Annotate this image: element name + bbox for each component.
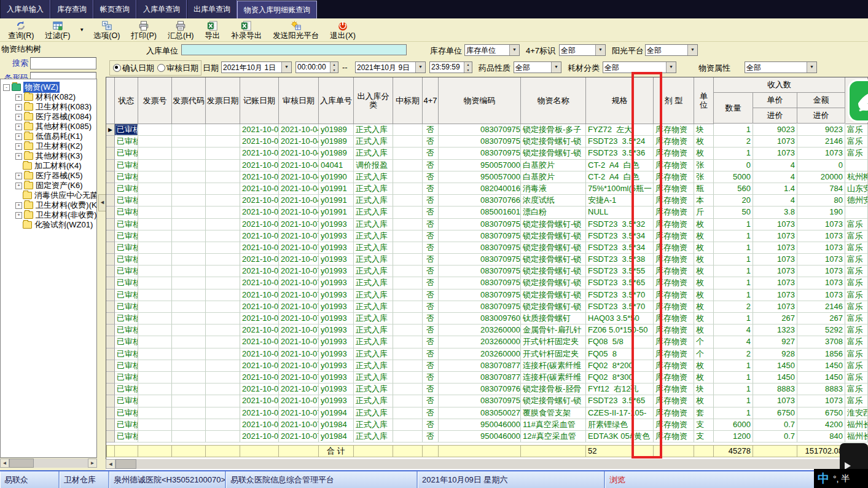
row-indicator[interactable] [106, 289, 115, 301]
cell-bid-period[interactable] [393, 266, 423, 277]
cell-material-code[interactable]: 0830097609 [439, 313, 521, 325]
cell-status[interactable]: 已审核 [115, 266, 138, 277]
cell-invoice-code[interactable] [172, 195, 206, 207]
cell-invoice-date[interactable] [206, 171, 240, 183]
cell-qty[interactable]: 1200 [714, 431, 753, 443]
cell-supplier[interactable]: 富乐 [845, 277, 868, 289]
cell-unit[interactable]: 块 [694, 124, 714, 136]
cell-invoice-no[interactable] [138, 254, 172, 266]
table-row[interactable]: 已审核2021-10-072021-10-07y01993正式入库否203260… [106, 325, 868, 336]
four7-flag-select[interactable]: 全部▼ [559, 44, 606, 56]
row-indicator[interactable] [106, 148, 115, 159]
cell-qty[interactable]: 1 [714, 277, 753, 289]
cell-qty[interactable]: 1 [714, 313, 753, 325]
cell-bid-period[interactable] [393, 407, 423, 419]
cell-qty[interactable]: 5000 [714, 171, 753, 183]
cell-dosage-form[interactable]: 库存物资 [654, 289, 694, 301]
cell-supplier[interactable]: 富乐 [845, 313, 868, 325]
cell-unit[interactable]: 瓶 [694, 183, 714, 195]
cell-audit-date[interactable]: 2021-10-07 [279, 254, 319, 266]
cell-dosage-form[interactable]: 库存物资 [654, 336, 694, 348]
cell-amount[interactable]: 6750 [797, 407, 845, 419]
stock-unit-select[interactable]: 库存单位▼ [464, 44, 520, 56]
cell-amount[interactable]: 1073 [797, 266, 845, 277]
cell-bid-period[interactable] [393, 360, 423, 372]
cell-material-name[interactable]: 浓度试纸 [521, 195, 586, 207]
cell-spec[interactable]: CT-2 A4 白色 [586, 160, 654, 171]
col-header-unit[interactable]: 单位 [694, 77, 714, 124]
cell-order-no[interactable]: y01990 [319, 171, 354, 183]
cell-material-code[interactable]: 0830708770 [439, 360, 521, 372]
cell-four7[interactable]: 否 [423, 195, 439, 207]
cell-order-no[interactable]: y01991 [319, 183, 354, 195]
cell-material-name[interactable]: 11#真空采血管 [521, 419, 586, 431]
cell-invoice-code[interactable] [172, 148, 206, 159]
cell-bid-period[interactable] [393, 230, 423, 242]
row-indicator[interactable] [106, 336, 115, 348]
tab-inbound-input[interactable]: 入库单输入 [0, 0, 50, 18]
cell-material-code[interactable]: 0830708770 [439, 372, 521, 384]
cell-invoice-date[interactable] [206, 195, 240, 207]
cell-spec[interactable]: FSDT23 3.5*55 [586, 266, 654, 277]
cell-supplier[interactable]: 富乐 [845, 384, 868, 395]
cell-invoice-no[interactable] [138, 325, 172, 336]
cell-amount[interactable]: 840 [797, 431, 845, 443]
col-header-io-type[interactable]: 出入库分类 [354, 77, 393, 124]
cell-io-type[interactable]: 正式入库 [354, 301, 393, 313]
cell-invoice-code[interactable] [172, 395, 206, 407]
cell-qty[interactable]: 2 [714, 136, 753, 148]
table-row[interactable]: 已审核2021-10-072021-10-07y01993正式入库否083070… [106, 289, 868, 301]
cell-spec[interactable]: FYZ72 左大 [586, 124, 654, 136]
tab-stock-query[interactable]: 库存查询 [50, 0, 93, 18]
table-row[interactable]: 已审核2021-10-072021-10-07y01993正式入库否083070… [106, 360, 868, 372]
cell-bid-period[interactable] [393, 160, 423, 171]
cell-invoice-date[interactable] [206, 207, 240, 218]
cell-material-name[interactable]: 锁定接骨螺钉-锁 [521, 395, 586, 407]
cell-io-type[interactable]: 正式入库 [354, 171, 393, 183]
cell-amount[interactable]: 784 [797, 183, 845, 195]
row-indicator[interactable] [106, 360, 115, 372]
ime-halfwidth-icon[interactable]: 半 [840, 473, 851, 484]
cell-spec[interactable]: FSDT23 3.5*70 [586, 301, 654, 313]
cell-invoice-date[interactable] [206, 348, 240, 360]
table-row[interactable]: 已审核2021-10-072021-10-07y01993正式入库否083070… [106, 301, 868, 313]
tree-item[interactable]: +固定资产(K6) [1, 181, 96, 191]
cell-amount[interactable]: 1073 [797, 277, 845, 289]
cell-supplier[interactable]: 山东安 [845, 183, 868, 195]
cell-bid-period[interactable] [393, 219, 423, 230]
row-indicator[interactable] [106, 171, 115, 183]
cell-invoice-date[interactable] [206, 336, 240, 348]
cell-spec[interactable]: CT-2 A4 白色 [586, 171, 654, 183]
col-header-price-sub[interactable]: 进价 [753, 108, 797, 124]
cell-invoice-code[interactable] [172, 431, 206, 443]
col-header-qty[interactable]: 数量 [714, 93, 753, 124]
cell-material-name[interactable]: 锁定接骨螺钉-锁 [521, 266, 586, 277]
cell-supplier[interactable]: 富乐 [845, 372, 868, 384]
cell-unit[interactable]: 支 [694, 419, 714, 431]
cell-invoice-no[interactable] [138, 230, 172, 242]
cell-invoice-code[interactable] [172, 266, 206, 277]
table-row[interactable]: 已审核2021-10-042021-10-04y01991正式入库否083070… [106, 195, 868, 207]
cell-invoice-date[interactable] [206, 360, 240, 372]
cell-audit-date[interactable]: 2021-10-07 [279, 219, 319, 230]
cell-io-type[interactable]: 正式入库 [354, 372, 393, 384]
cell-material-name[interactable]: 锁定接骨螺钉-锁 [521, 289, 586, 301]
cell-bid-period[interactable] [393, 207, 423, 218]
cell-bid-period[interactable] [393, 348, 423, 360]
spin-down-icon[interactable]: ▼ [330, 68, 338, 73]
cell-record-date[interactable]: 2021-10-04 [240, 124, 279, 136]
cell-material-name[interactable]: 锁定接骨螺钉-锁 [521, 242, 586, 254]
cell-price[interactable]: 3.8 [753, 207, 797, 218]
cell-order-no[interactable]: y01993 [319, 395, 354, 407]
cell-material-code[interactable]: 0830709756 [439, 301, 521, 313]
col-header-four7[interactable]: 4+7 [423, 77, 439, 124]
cell-material-name[interactable]: 锁定接骨螺钉-锁 [521, 148, 586, 159]
cell-supplier[interactable]: 富乐 [845, 395, 868, 407]
cell-audit-date[interactable]: 2021-10-07 [279, 230, 319, 242]
tree-item[interactable]: +医疗器械(K084) [1, 112, 96, 122]
expand-icon[interactable]: + [15, 114, 22, 120]
cell-four7[interactable]: 否 [423, 254, 439, 266]
cell-supplier[interactable]: 富乐 [845, 230, 868, 242]
cell-invoice-date[interactable] [206, 384, 240, 395]
cell-spec[interactable]: FSDT23 3.5*34 [586, 242, 654, 254]
